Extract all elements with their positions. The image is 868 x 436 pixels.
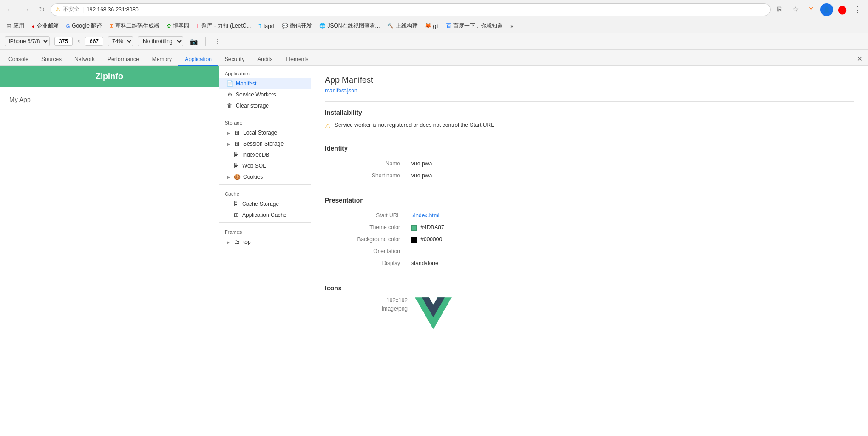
panel-divider-2 (325, 137, 854, 137)
bookmark-mail[interactable]: ● 企业邮箱 (29, 21, 62, 31)
bookmark-json[interactable]: 🌐 JSON在线视图查看... (317, 21, 383, 31)
capture-screenshot-button[interactable]: 📷 (188, 36, 199, 47)
clear-storage-icon: 🗑 (227, 102, 233, 109)
sidebar-item-app-cache[interactable]: ⊞ Application Cache (219, 210, 311, 221)
refresh-button[interactable]: ↻ (35, 3, 48, 16)
tab-memory[interactable]: Memory (146, 53, 178, 66)
tab-security[interactable]: Security (218, 53, 251, 66)
zoom-select[interactable]: 74% (108, 36, 133, 46)
tab-network[interactable]: Network (68, 53, 101, 66)
back-button[interactable]: ← (4, 3, 17, 16)
app-title: ZipInfo (7, 72, 211, 81)
icon-size: 192x192 (325, 297, 408, 304)
tab-performance[interactable]: Performance (101, 53, 146, 66)
update-button[interactable]: ⬤ (836, 3, 849, 16)
app-header: ZipInfo (0, 66, 219, 87)
installability-warning-text: Service worker is not registered or does… (335, 122, 494, 128)
short-name-value: vue-pwa (408, 170, 854, 181)
menu-button[interactable]: ⋮ (851, 3, 864, 16)
sidebar-item-cache-storage[interactable]: 🗄 Cache Storage (219, 198, 311, 210)
sidebar-item-manifest[interactable]: 📄 Manifest (219, 78, 311, 89)
warning-icon: ⚠ (325, 122, 331, 130)
icons-heading: Icons (325, 284, 854, 292)
profile-button[interactable]: 👤 (820, 3, 833, 16)
orientation-row: Orientation (325, 245, 854, 257)
sidebar-item-web-sql[interactable]: 🗄 Web SQL (219, 160, 311, 171)
sidebar-section-cache: Cache (219, 187, 311, 198)
yandex-button[interactable]: Y (805, 3, 817, 16)
bg-color-value: #000000 (408, 233, 854, 245)
identity-name-row: Name vue-pwa (325, 158, 854, 170)
tab-elements[interactable]: Elements (279, 53, 315, 66)
address-bar[interactable]: ⚠ 不安全 | 192.168.36.231:8080 (51, 3, 771, 16)
tab-sources[interactable]: Sources (35, 53, 68, 66)
panel-divider-1 (325, 101, 854, 102)
identity-heading: Identity (325, 145, 854, 152)
identity-shortname-row: Short name vue-pwa (325, 170, 854, 181)
more-options-button[interactable]: ⋮ (212, 36, 223, 47)
installability-heading: Installability (325, 109, 854, 116)
sidebar-item-indexeddb[interactable]: 🗄 IndexedDB (219, 149, 311, 160)
sidebar-item-service-workers[interactable]: ⚙ Service Workers (219, 89, 311, 100)
service-workers-icon: ⚙ (227, 91, 233, 98)
panel-divider-4 (325, 277, 854, 277)
sidebar-item-cookies[interactable]: ▶ 🍪 Cookies (219, 171, 311, 182)
close-devtools-button[interactable]: ✕ (853, 52, 866, 65)
indexeddb-icon: 🗄 (233, 152, 239, 158)
icon-meta-0: 192x192 image/png (325, 297, 408, 312)
icons-grid: 192x192 image/png (325, 297, 854, 331)
icon-entry-0: 192x192 image/png (325, 297, 854, 331)
identity-table: Name vue-pwa Short name vue-pwa (325, 158, 854, 181)
throttle-select[interactable]: No throttling (138, 36, 183, 46)
display-value: standalone (408, 257, 854, 269)
sidebar-item-top-frame[interactable]: ▶ 🗂 top (219, 237, 311, 248)
bookmark-baidu[interactable]: 百 百度一下，你就知道 (443, 21, 505, 31)
bookmark-leetcode[interactable]: L 题库 - 力扣 (LeetC... (194, 21, 254, 31)
devtools-tabs: Console Sources Network Performance Memo… (0, 50, 868, 66)
bookmark-tapd[interactable]: T tapd (255, 22, 277, 30)
bookmark-translate[interactable]: G Google 翻译 (63, 21, 105, 31)
tab-audits[interactable]: Audits (251, 53, 279, 66)
app-body: My App (0, 87, 219, 113)
short-name-label: Short name (325, 170, 408, 181)
web-sql-icon: 🗄 (233, 163, 239, 169)
theme-color-label: Theme color (325, 221, 408, 233)
bookmark-build[interactable]: 🔨 上线构建 (385, 21, 420, 31)
bookmark-git[interactable]: 🦊 git (422, 22, 442, 30)
url-protocol: 不安全 (63, 6, 79, 13)
sidebar-item-local-storage[interactable]: ▶ ⊞ Local Storage (219, 127, 311, 138)
manifest-link[interactable]: manifest.json (325, 87, 357, 94)
bg-color-row: Background color #000000 (325, 233, 854, 245)
bookmark-qr[interactable]: ⊞ 草料二维码生成器 (107, 21, 162, 31)
bookmark-button[interactable]: ☆ (789, 3, 802, 16)
bg-color-label: Background color (325, 233, 408, 245)
sidebar: Application 📄 Manifest ⚙ Service Workers… (219, 66, 311, 436)
bg-color-swatch (411, 237, 417, 243)
cast-button[interactable]: ⎘ (773, 3, 786, 16)
vue-logo-svg (415, 297, 452, 329)
bookmark-more[interactable]: » (507, 22, 516, 30)
start-url-value[interactable]: ./index.html (408, 210, 854, 221)
width-input[interactable] (54, 37, 73, 46)
sidebar-divider-2 (219, 184, 311, 185)
expand-arrow-local: ▶ (227, 130, 230, 136)
sidebar-item-clear-storage[interactable]: 🗑 Clear storage (219, 100, 311, 111)
device-select[interactable]: iPhone 6/7/8 (5, 36, 50, 46)
start-url-link[interactable]: ./index.html (411, 212, 439, 219)
bookmark-apps[interactable]: ⊞ 应用 (4, 21, 27, 31)
sidebar-item-session-storage[interactable]: ▶ ⊞ Session Storage (219, 138, 311, 149)
tab-console[interactable]: Console (2, 53, 35, 66)
bookmark-wechat[interactable]: 💬 微信开发 (279, 21, 315, 31)
presentation-table: Start URL ./index.html Theme color #4DBA… (325, 210, 854, 269)
bookmark-blog[interactable]: ✿ 博客园 (164, 21, 192, 31)
browser-top-bar: ← → ↻ ⚠ 不安全 | 192.168.36.231:8080 ⎘ ☆ Y … (0, 0, 868, 19)
panel-title: App Manifest (325, 75, 854, 85)
dimension-separator: × (77, 38, 80, 45)
height-input[interactable] (85, 37, 103, 46)
simulated-page: ZipInfo My App (0, 66, 219, 436)
sidebar-section-storage: Storage (219, 115, 311, 127)
local-storage-icon: ⊞ (234, 130, 240, 136)
tab-application[interactable]: Application (178, 53, 218, 66)
more-tabs-button[interactable]: ⋮ (577, 52, 591, 65)
forward-button[interactable]: → (19, 3, 32, 16)
